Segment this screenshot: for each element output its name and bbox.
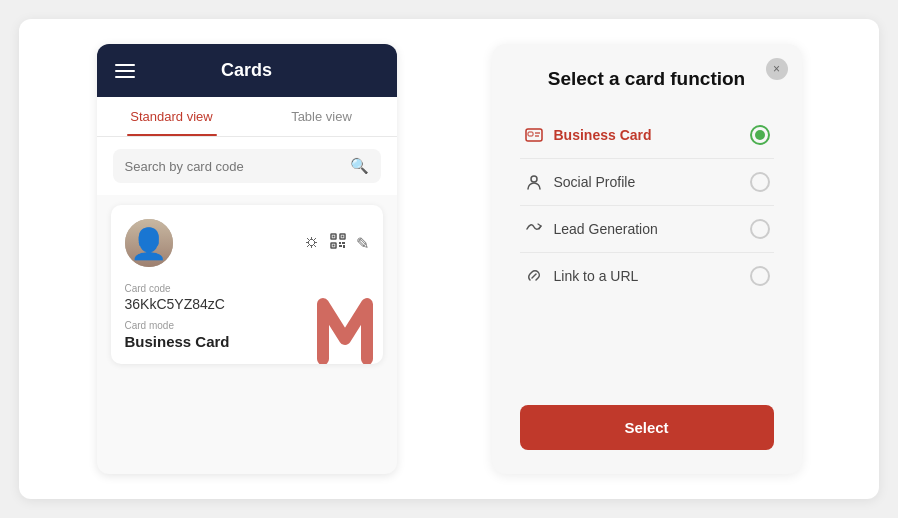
card-code-label: Card code <box>125 283 369 294</box>
lead-generation-icon <box>524 219 544 239</box>
svg-point-14 <box>531 176 537 182</box>
radio-link-url[interactable] <box>750 266 770 286</box>
card-icons: ⛭ <box>304 233 369 253</box>
option-link-url[interactable]: Link to a URL <box>520 253 774 299</box>
card-code-value: 36KkC5YZ84zC <box>125 296 369 312</box>
modal-panel: × Select a card function Business Card <box>492 44 802 474</box>
svg-rect-1 <box>332 236 334 238</box>
option-business-card[interactable]: Business Card <box>520 112 774 159</box>
select-button[interactable]: Select <box>520 405 774 450</box>
option-social-profile[interactable]: Social Profile <box>520 159 774 206</box>
svg-rect-7 <box>342 242 345 244</box>
tabs-container: Standard view Table view <box>97 97 397 137</box>
qr-code-icon[interactable] <box>330 233 346 253</box>
radio-business-card[interactable] <box>750 125 770 145</box>
search-input[interactable] <box>125 159 350 174</box>
card-item[interactable]: ⛭ <box>111 205 383 364</box>
modal-close-button[interactable]: × <box>766 58 788 80</box>
option-list: Business Card Social Profile <box>520 112 774 387</box>
svg-rect-9 <box>343 245 345 248</box>
main-container: Cards Standard view Table view 🔍 <box>19 19 879 499</box>
svg-rect-3 <box>341 236 343 238</box>
search-container: 🔍 <box>97 137 397 195</box>
card-mode-label: Card mode <box>125 320 369 331</box>
app-header: Cards <box>97 44 397 97</box>
search-icon: 🔍 <box>350 157 369 175</box>
social-profile-icon <box>524 172 544 192</box>
left-panel: Cards Standard view Table view 🔍 <box>97 44 397 474</box>
cards-list: ⛭ <box>97 195 397 474</box>
lead-generation-label: Lead Generation <box>554 221 658 237</box>
radio-lead-generation[interactable] <box>750 219 770 239</box>
avatar <box>125 219 173 267</box>
radio-social-profile[interactable] <box>750 172 770 192</box>
svg-rect-11 <box>528 132 533 136</box>
settings-icon[interactable]: ⛭ <box>304 234 320 252</box>
link-url-icon <box>524 266 544 286</box>
app-title: Cards <box>221 60 272 81</box>
business-card-icon <box>524 125 544 145</box>
social-profile-label: Social Profile <box>554 174 636 190</box>
link-url-label: Link to a URL <box>554 268 639 284</box>
card-mode-value: Business Card <box>125 333 369 350</box>
svg-rect-5 <box>332 245 334 247</box>
svg-rect-8 <box>339 245 342 247</box>
card-info: Card code 36KkC5YZ84zC Card mode Busines… <box>125 283 369 350</box>
card-top-row: ⛭ <box>125 219 369 267</box>
hamburger-menu-icon[interactable] <box>115 64 135 78</box>
avatar-image <box>125 219 173 267</box>
tab-standard-view[interactable]: Standard view <box>97 97 247 136</box>
option-lead-generation[interactable]: Lead Generation <box>520 206 774 253</box>
modal-title: Select a card function <box>520 68 774 90</box>
business-card-label: Business Card <box>554 127 652 143</box>
search-wrapper: 🔍 <box>113 149 381 183</box>
tab-table-view[interactable]: Table view <box>247 97 397 136</box>
svg-rect-6 <box>339 242 341 244</box>
edit-icon[interactable]: ✎ <box>356 234 369 253</box>
